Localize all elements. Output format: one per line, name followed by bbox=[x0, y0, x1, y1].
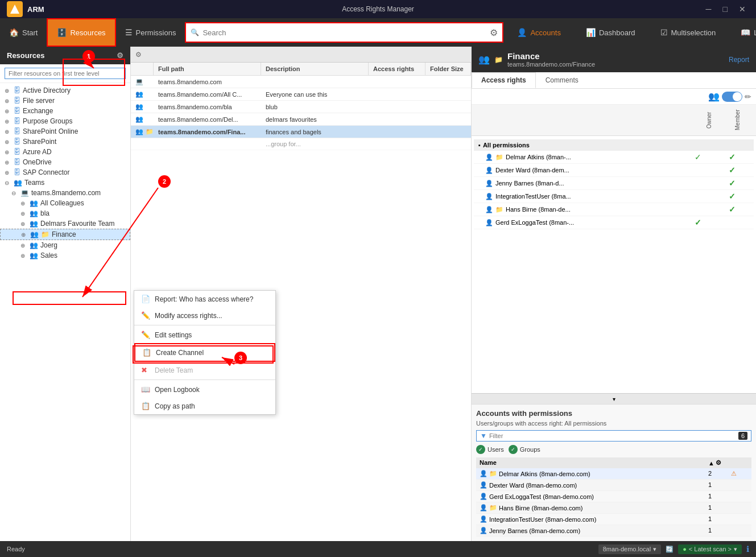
ar-row-jenny[interactable]: 👤 Jenny Barnes (8man-d... ✓ bbox=[474, 177, 754, 190]
tab-access-rights[interactable]: Access rights bbox=[472, 72, 536, 88]
accounts-row-jenny[interactable]: 👤 Jenny Barnes (8man-demo.com) 1 bbox=[476, 525, 751, 537]
sort-icon[interactable]: ⚙ bbox=[716, 459, 721, 467]
nav-multiselection[interactable]: ☑ Multiselection bbox=[651, 18, 725, 47]
tree-item-all-colleagues[interactable]: ⊕ 👥 All Colleagues bbox=[0, 198, 130, 208]
panel-settings-icon[interactable]: ⚙ bbox=[117, 51, 123, 60]
groups-toggle[interactable]: ✓ Groups bbox=[509, 445, 540, 454]
ar-section-title[interactable]: ▪ All permissions bbox=[474, 139, 754, 151]
context-menu-report[interactable]: 📄 Report: Who has access where? bbox=[134, 291, 275, 307]
ar-row-delmar[interactable]: 👤 📁 Delmar Atkins (8man-... ✓ ✓ bbox=[474, 151, 754, 164]
tree-item-teams-8mandemo[interactable]: ⊖ 💻 teams.8mandemo.com bbox=[0, 188, 130, 198]
tree-label-sharepoint-online: SharePoint Online bbox=[23, 127, 78, 135]
name-col-header: Name bbox=[480, 459, 708, 467]
refresh-icon[interactable]: 🔄 bbox=[666, 546, 674, 553]
users-toggle[interactable]: ✓ Users bbox=[476, 445, 504, 454]
ar-row-gerd[interactable]: 👤 Gerd ExLoggaTest (8man-... ✓ bbox=[474, 216, 754, 229]
info-icon[interactable]: ℹ bbox=[746, 544, 749, 554]
accounts-row-hans[interactable]: 👤 📁 Hans Birne (8man-demo.com) 1 bbox=[476, 502, 751, 514]
ar-user-name: Hans Birne (8man-de... bbox=[506, 206, 571, 213]
expand-icon[interactable]: ⊕ bbox=[5, 129, 11, 135]
accounts-row-delmar[interactable]: 👤 📁 Delmar Atkins (8man-demo.com) 2 ⚠ bbox=[476, 468, 751, 480]
expand-icon[interactable]: ⊕ bbox=[20, 242, 27, 249]
ar-col-headers: Owner Member bbox=[472, 105, 756, 136]
expand-icon[interactable]: ⊕ bbox=[20, 211, 27, 217]
tree-item-purpose-groups[interactable]: ⊕ 🗄 Purpose Groups bbox=[0, 116, 130, 126]
expand-icon[interactable]: ⊕ bbox=[5, 98, 11, 104]
expand-icon[interactable]: ⊕ bbox=[5, 139, 11, 145]
accounts-row-dexter[interactable]: 👤 Dexter Ward (8man-demo.com) 1 bbox=[476, 480, 751, 491]
scan-dropdown[interactable]: ● < Latest scan > ▾ bbox=[678, 544, 742, 554]
nav-accounts[interactable]: 👤 Accounts bbox=[508, 18, 569, 47]
tree-item-finance[interactable]: ⊕ 👥 📁 Finance bbox=[0, 229, 130, 240]
table-row[interactable]: 👥 teams.8mandemo.com/Del... delmars favo… bbox=[131, 113, 471, 126]
group-view-icon[interactable]: 👥 bbox=[708, 91, 720, 102]
tree-item-bla[interactable]: ⊕ 👥 bla bbox=[0, 208, 130, 218]
tree-item-active-directory[interactable]: ⊕ 🗄 Active Directory bbox=[0, 85, 130, 96]
context-menu-delete-team[interactable]: ✖ Delete Team bbox=[134, 362, 275, 378]
expand-icon[interactable]: ⊕ bbox=[5, 88, 11, 94]
tree-item-sap-connector[interactable]: ⊕ 🗄 SAP Connector bbox=[0, 167, 130, 178]
nav-resources[interactable]: 🗄️ Resources bbox=[47, 18, 115, 47]
context-menu-copy-path[interactable]: 📋 Copy as path bbox=[134, 398, 275, 414]
tree-item-joerg[interactable]: ⊕ 👥 Joerg bbox=[0, 240, 130, 250]
ar-row-dexter[interactable]: 👤 Dexter Ward (8man-dem... ✓ bbox=[474, 164, 754, 177]
context-menu-edit-settings[interactable]: ✏️ Edit settings bbox=[134, 327, 275, 343]
expand-icon[interactable]: ⊕ bbox=[5, 108, 11, 114]
expand-icon[interactable]: ⊕ bbox=[20, 221, 27, 227]
nav-logbook[interactable]: 📖 Logbook bbox=[732, 18, 756, 47]
view-toggle[interactable] bbox=[722, 92, 742, 102]
tree-item-exchange[interactable]: ⊕ 🗄 Exchange bbox=[0, 106, 130, 116]
search-input[interactable] bbox=[203, 28, 486, 37]
tree-item-sharepoint-online[interactable]: ⊕ 🗄 SharePoint Online bbox=[0, 126, 130, 137]
table-row[interactable]: 💻 teams.8mandemo.com bbox=[131, 76, 471, 88]
expand-icon[interactable]: ⊖ bbox=[5, 180, 11, 186]
table-row-selected[interactable]: 👥📁 teams.8mandemo.com/Fina... finances a… bbox=[131, 126, 471, 138]
expand-icon[interactable]: ⊕ bbox=[21, 232, 28, 238]
modify-icon: ✏️ bbox=[141, 311, 150, 320]
maximize-button[interactable]: □ bbox=[720, 3, 731, 15]
tree-filter-input[interactable] bbox=[5, 68, 126, 79]
panel-gear-icon[interactable]: ⚙ bbox=[135, 51, 142, 59]
tree-item-onedrive[interactable]: ⊕ 🗄 OneDrive bbox=[0, 157, 130, 167]
expand-icon[interactable]: ⊕ bbox=[5, 170, 11, 176]
nav-permissions[interactable]: ☰ Permissions bbox=[116, 18, 185, 47]
user-icon: 👤 bbox=[485, 193, 493, 200]
expand-icon[interactable]: ⊕ bbox=[5, 118, 11, 125]
report-button[interactable]: Report bbox=[729, 56, 749, 64]
context-menu-modify[interactable]: ✏️ Modify access rights... bbox=[134, 307, 275, 324]
search-settings-icon[interactable]: ⚙ bbox=[490, 27, 498, 38]
tree-item-teams[interactable]: ⊖ 👥 Teams bbox=[0, 178, 130, 188]
accounts-filter-input[interactable] bbox=[489, 432, 738, 439]
minimize-button[interactable]: ─ bbox=[703, 3, 715, 15]
table-row[interactable]: 👥 teams.8mandemo.com/bla blub bbox=[131, 101, 471, 113]
tree-label-purpose-groups: Purpose Groups bbox=[23, 117, 72, 125]
expand-icon[interactable]: ⊕ bbox=[5, 149, 11, 155]
expand-icon[interactable]: ⊕ bbox=[5, 159, 11, 166]
context-menu-create-channel[interactable]: 📋 Create Channel bbox=[134, 343, 275, 362]
panel-expand-chevron[interactable]: ▾ bbox=[472, 393, 756, 404]
tree-item-sales[interactable]: ⊕ 👥 Sales bbox=[0, 250, 130, 261]
tree-item-delmars-favourite[interactable]: ⊕ 👥 Delmars Favourite Team bbox=[0, 218, 130, 229]
row-path: teams.8mandemo.com/Del... bbox=[154, 113, 261, 125]
expand-icon[interactable]: ⊕ bbox=[20, 200, 27, 207]
tree-item-sharepoint[interactable]: ⊕ 🗄 SharePoint bbox=[0, 137, 130, 147]
table-row[interactable]: 👥 teams.8mandemo.com/All C... Everyone c… bbox=[131, 88, 471, 101]
accounts-row-integration[interactable]: 👤 IntegrationTestUser (8man-demo.com) 1 bbox=[476, 514, 751, 525]
context-menu-open-logbook[interactable]: 📖 Open Logbook bbox=[134, 381, 275, 398]
nav-start[interactable]: 🏠 Start bbox=[0, 18, 47, 47]
ar-row-hans[interactable]: 👤 📁 Hans Birne (8man-de... ✓ bbox=[474, 203, 754, 216]
ar-row-integration[interactable]: 👤 IntegrationTestUser (8ma... ✓ bbox=[474, 190, 754, 203]
close-button[interactable]: ✕ bbox=[736, 3, 749, 15]
tree-item-azure-ad[interactable]: ⊕ 🗄 Azure AD bbox=[0, 147, 130, 157]
nav-dashboard[interactable]: 📊 Dashboard bbox=[577, 18, 645, 47]
edit-icon[interactable]: ✏ bbox=[745, 92, 751, 101]
nav-multiselection-label: Multiselection bbox=[671, 28, 716, 37]
expand-icon[interactable]: ⊕ bbox=[20, 253, 27, 259]
tab-comments[interactable]: Comments bbox=[536, 72, 588, 88]
tree-item-file-server[interactable]: ⊕ 🗄 File server bbox=[0, 96, 130, 106]
table-row[interactable]: ...group for... bbox=[131, 138, 471, 150]
accounts-row-gerd[interactable]: 👤 Gerd ExLoggaTest (8man-demo.com) 1 bbox=[476, 491, 751, 502]
domain-dropdown[interactable]: 8man-demo.local ▾ bbox=[598, 544, 661, 554]
expand-icon[interactable]: ⊖ bbox=[11, 190, 18, 196]
accounts-table-header: Name ▲ ⚙ bbox=[476, 457, 751, 468]
